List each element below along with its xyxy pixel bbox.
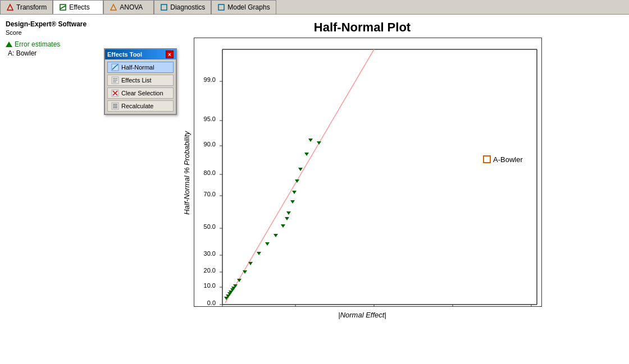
data-point-21 (304, 153, 309, 156)
effects-list-button[interactable]: Effects List (107, 75, 174, 86)
clear-selection-label: Clear Selection (121, 90, 163, 96)
y-tick-2: 20.0 (204, 267, 216, 274)
data-point-11 (257, 252, 261, 255)
data-point-22 (308, 139, 313, 142)
clear-selection-button[interactable]: Clear Selection (107, 87, 174, 99)
error-estimates: Error estimates (6, 40, 95, 48)
tab-diagnostics-label: Diagnostics (170, 3, 205, 11)
svg-marker-3 (111, 4, 116, 10)
effects-icon (59, 3, 67, 11)
chart-svg-container: 0.0 10.0 20.0 30.0 50.0 70.0 80.0 90.0 9… (194, 38, 542, 308)
software-subtitle: Score (6, 29, 95, 36)
chart-title: Half-Normal Plot (314, 20, 411, 35)
chart-wrapper: Half-Normal % Probability 0.0 10.0 20.0 … (183, 38, 542, 308)
data-point-20 (298, 168, 303, 171)
data-point-23 (317, 141, 321, 145)
clear-selection-icon (111, 89, 119, 97)
half-normal-button[interactable]: Half-Normal (107, 62, 174, 73)
y-tick-3: 30.0 (204, 250, 216, 257)
tab-effects[interactable]: Effects (53, 0, 103, 14)
chart-svg: 0.0 10.0 20.0 30.0 50.0 70.0 80.0 90.0 9… (194, 38, 542, 307)
y-tick-6: 80.0 (204, 169, 216, 176)
tab-transform-label: Transform (16, 3, 47, 11)
y-axis-label: Half-Normal % Probability (183, 131, 191, 215)
a-bowler-marker (484, 156, 490, 163)
effects-tool-title: Effects Tool (107, 51, 142, 58)
error-label: Error estimates (15, 40, 60, 48)
recalculate-icon (111, 102, 119, 110)
tab-diagnostics[interactable]: Diagnostics (154, 0, 211, 14)
factor-label: A: Bowler (8, 49, 95, 57)
y-tick-8: 95.0 (204, 116, 216, 122)
tab-model-graphs[interactable]: Model Graphs (211, 0, 276, 14)
triangle-icon (6, 42, 12, 47)
y-tick-1: 10.0 (204, 282, 216, 289)
main-content: Design-Expert® Software Score Error esti… (0, 15, 629, 364)
svg-marker-0 (7, 4, 13, 10)
data-point-18 (292, 191, 297, 194)
half-normal-label: Half-Normal (121, 64, 154, 71)
x-axis-label: |Normal Effect| (338, 311, 386, 319)
data-point-17 (290, 200, 295, 204)
software-title: Design-Expert® Software (6, 20, 95, 28)
tab-bar: Transform Effects ANOVA Diagnostics Mode… (0, 0, 629, 15)
left-panel: Design-Expert® Software Score Error esti… (0, 15, 101, 364)
effects-tool-body: Half-Normal Effects List (105, 59, 176, 114)
close-button[interactable]: × (166, 50, 174, 58)
effects-tool-panel: Effects Tool × Half-Normal (104, 48, 177, 115)
svg-line-2 (60, 6, 66, 9)
y-tick-4: 50.0 (204, 223, 216, 230)
data-point-13 (274, 234, 278, 237)
effects-tool-header: Effects Tool × (105, 49, 176, 59)
legend-a-bowler-label: A-Bowler (493, 155, 523, 164)
diagnostics-icon (160, 3, 168, 11)
data-point-10 (248, 262, 253, 265)
y-tick-5: 70.0 (204, 191, 216, 197)
chart-container: Half-Normal Plot Half-Normal % Probabili… (101, 15, 629, 364)
effects-list-label: Effects List (121, 77, 152, 84)
reference-line (225, 49, 374, 303)
y-tick-9: 99.0 (204, 76, 216, 83)
data-point-15 (285, 217, 289, 220)
tab-anova-label: ANOVA (120, 3, 143, 11)
anova-icon (110, 3, 117, 11)
tab-model-graphs-label: Model Graphs (227, 3, 270, 11)
recalculate-button[interactable]: Recalculate (107, 100, 174, 112)
tab-effects-label: Effects (69, 3, 89, 11)
svg-rect-4 (161, 4, 167, 10)
effects-list-icon (111, 76, 119, 84)
data-point-16 (286, 211, 291, 215)
half-normal-icon (111, 63, 119, 71)
close-icon: × (168, 52, 171, 58)
y-tick-0: 0.0 (207, 300, 216, 306)
y-tick-7: 90.0 (204, 141, 216, 148)
model-graphs-icon (217, 3, 225, 11)
data-point-14 (281, 224, 285, 228)
recalculate-label: Recalculate (121, 103, 153, 109)
tab-transform[interactable]: Transform (0, 0, 53, 14)
transform-icon (6, 3, 14, 11)
data-point-12 (265, 242, 270, 246)
svg-rect-5 (218, 4, 224, 10)
tab-anova[interactable]: ANOVA (103, 0, 154, 14)
